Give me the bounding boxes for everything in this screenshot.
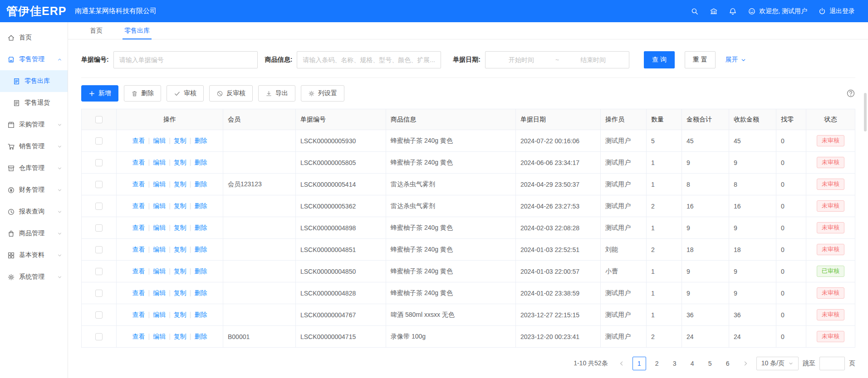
sidebar-item-sales[interactable]: 销售管理 [0, 136, 68, 157]
row-checkbox[interactable] [95, 333, 103, 340]
row-action-edit[interactable]: 编辑 [153, 224, 166, 231]
bill-no-input[interactable] [113, 51, 258, 68]
bell-icon[interactable] [729, 7, 737, 15]
date-cell: 2024-06-06 23:34:17 [516, 152, 601, 174]
page-button-3[interactable]: 3 [668, 357, 682, 370]
row-action-edit[interactable]: 编辑 [153, 333, 166, 340]
page-button-6[interactable]: 6 [721, 357, 735, 370]
page-button-5[interactable]: 5 [703, 357, 717, 370]
sidebar-item-system[interactable]: 系统管理 [0, 266, 68, 288]
row-action-delete[interactable]: 删除 [194, 159, 207, 166]
row-action-view[interactable]: 查看 [132, 137, 145, 144]
page-size-select[interactable]: 10 条/页 [756, 357, 799, 370]
logout-button[interactable]: 退出登录 [818, 7, 855, 15]
unaudit-button[interactable]: 反审核 [209, 85, 253, 102]
sidebar-item-report[interactable]: 报表查询 [0, 201, 68, 223]
row-action-edit[interactable]: 编辑 [153, 137, 166, 144]
row-action-view[interactable]: 查看 [132, 311, 145, 318]
export-button[interactable]: 导出 [258, 85, 295, 102]
select-all-checkbox[interactable] [95, 116, 103, 123]
row-action-edit[interactable]: 编辑 [153, 311, 166, 318]
sidebar-item-home[interactable]: 首页 [0, 27, 68, 48]
reset-button[interactable]: 重 置 [685, 51, 716, 68]
row-action-delete[interactable]: 删除 [194, 246, 207, 253]
member-cell [223, 239, 296, 261]
row-action-copy[interactable]: 复制 [174, 333, 186, 340]
help-icon[interactable] [846, 89, 855, 98]
expand-link[interactable]: 展开 [726, 56, 746, 64]
search-icon[interactable] [691, 7, 699, 15]
row-action-delete[interactable]: 删除 [194, 137, 207, 144]
row-checkbox[interactable] [95, 159, 103, 166]
scrollbar-thumb[interactable] [864, 93, 867, 131]
audit-button[interactable]: 审核 [167, 85, 204, 102]
row-checkbox[interactable] [95, 203, 103, 210]
row-action-copy[interactable]: 复制 [174, 159, 186, 166]
date-end-input[interactable] [562, 56, 624, 63]
row-action-view[interactable]: 查看 [132, 246, 145, 253]
row-action-copy[interactable]: 复制 [174, 289, 186, 296]
row-checkbox[interactable] [95, 268, 103, 275]
row-action-view[interactable]: 查看 [132, 289, 145, 296]
sidebar-item-goods[interactable]: 商品管理 [0, 223, 68, 244]
sidebar-item-purchase[interactable]: 采购管理 [0, 114, 68, 136]
row-action-edit[interactable]: 编辑 [153, 289, 166, 296]
page-button-1[interactable]: 1 [633, 357, 646, 370]
date-cell: 2024-01-03 22:52:51 [516, 239, 601, 261]
date-range-picker[interactable]: ~ [485, 51, 629, 68]
row-action-delete[interactable]: 删除 [194, 333, 207, 340]
tab-home[interactable]: 首页 [90, 22, 103, 39]
page-button-4[interactable]: 4 [686, 357, 699, 370]
row-action-edit[interactable]: 编辑 [153, 159, 166, 166]
row-action-view[interactable]: 查看 [132, 180, 145, 188]
row-action-edit[interactable]: 编辑 [153, 267, 166, 275]
welcome-user[interactable]: 欢迎您, 测试用户 [748, 7, 807, 15]
row-action-copy[interactable]: 复制 [174, 137, 186, 144]
row-action-copy[interactable]: 复制 [174, 267, 186, 275]
sidebar-item-retail-out[interactable]: 零售出库 [0, 70, 68, 92]
row-action-copy[interactable]: 复制 [174, 180, 186, 188]
row-action-copy[interactable]: 复制 [174, 224, 186, 231]
row-checkbox[interactable] [95, 246, 103, 253]
date-start-input[interactable] [490, 56, 553, 63]
row-action-delete[interactable]: 删除 [194, 267, 207, 275]
row-action-edit[interactable]: 编辑 [153, 180, 166, 188]
row-action-delete[interactable]: 删除 [194, 224, 207, 231]
row-action-edit[interactable]: 编辑 [153, 202, 166, 209]
row-action-delete[interactable]: 删除 [194, 180, 207, 188]
row-action-copy[interactable]: 复制 [174, 202, 186, 209]
row-checkbox[interactable] [95, 224, 103, 232]
row-action-edit[interactable]: 编辑 [153, 246, 166, 253]
row-checkbox[interactable] [95, 311, 103, 319]
add-button[interactable]: 新增 [81, 85, 118, 102]
prev-page-button[interactable] [615, 357, 628, 370]
jump-page-input[interactable] [819, 357, 845, 370]
row-action-copy[interactable]: 复制 [174, 246, 186, 253]
sidebar-item-finance[interactable]: 财务管理 [0, 179, 68, 201]
next-page-button[interactable] [739, 357, 752, 370]
row-action-view[interactable]: 查看 [132, 202, 145, 209]
row-checkbox[interactable] [95, 137, 103, 145]
product-input[interactable] [297, 51, 441, 68]
row-action-copy[interactable]: 复制 [174, 311, 186, 318]
row-action-view[interactable]: 查看 [132, 267, 145, 275]
row-action-view[interactable]: 查看 [132, 224, 145, 231]
row-action-delete[interactable]: 删除 [194, 289, 207, 296]
sidebar-item-retail[interactable]: 零售管理 [0, 48, 68, 70]
sidebar-item-retail-return[interactable]: 零售退货 [0, 92, 68, 114]
row-action-view[interactable]: 查看 [132, 333, 145, 340]
row-checkbox[interactable] [95, 290, 103, 297]
row-checkbox[interactable] [95, 181, 103, 188]
toolbar: 新增删除审核反审核导出列设置 [81, 85, 855, 102]
search-button[interactable]: 查 询 [644, 51, 675, 68]
tab-retail-out[interactable]: 零售出库 [124, 22, 150, 39]
sidebar-item-basedata[interactable]: 基本资料 [0, 244, 68, 266]
columns-button[interactable]: 列设置 [301, 85, 344, 102]
row-action-delete[interactable]: 删除 [194, 311, 207, 318]
row-action-view[interactable]: 查看 [132, 159, 145, 166]
bank-icon[interactable] [710, 7, 718, 15]
delete-button[interactable]: 删除 [124, 85, 161, 102]
sidebar-item-warehouse[interactable]: 仓库管理 [0, 157, 68, 179]
page-button-2[interactable]: 2 [650, 357, 664, 370]
row-action-delete[interactable]: 删除 [194, 202, 207, 209]
